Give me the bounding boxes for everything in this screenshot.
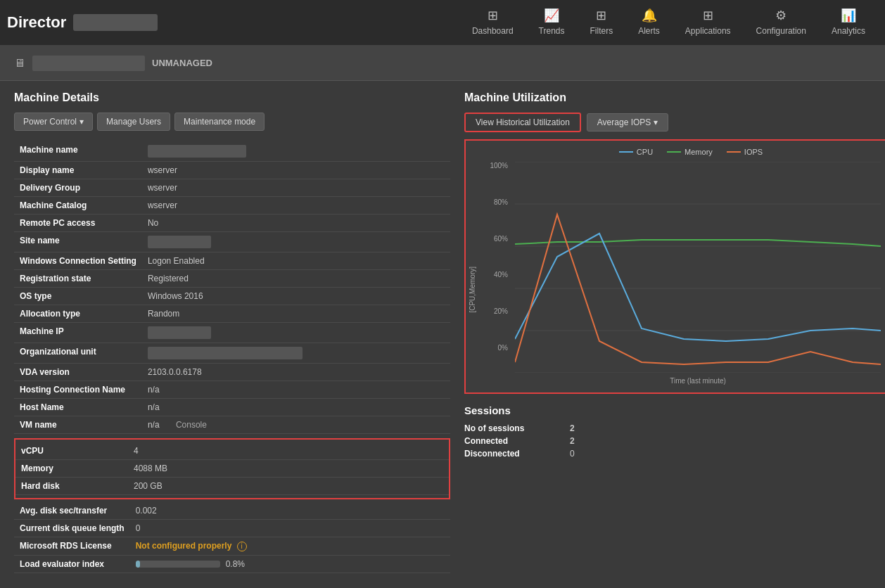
field-value: 200 GB bbox=[128, 478, 449, 495]
brand-title: Director bbox=[7, 13, 66, 32]
console-link[interactable]: Console bbox=[176, 420, 207, 430]
table-row: Current disk queue length 0 bbox=[14, 520, 450, 537]
nav-trends[interactable]: 📈 Trends bbox=[526, 0, 578, 45]
table-row: No of sessions 2 bbox=[464, 422, 589, 435]
table-row: Registration state Registered bbox=[14, 270, 450, 288]
field-label: Display name bbox=[14, 162, 142, 179]
applications-icon: ⊞ bbox=[703, 8, 713, 23]
info-icon[interactable]: i bbox=[237, 542, 247, 551]
power-control-button[interactable]: Power Control ▾ bbox=[14, 113, 93, 131]
field-label: Remote PC access bbox=[14, 215, 142, 232]
view-historical-label: View Historical Utilization bbox=[476, 117, 570, 127]
brand-search-input[interactable] bbox=[73, 14, 158, 31]
field-label: Hard disk bbox=[15, 478, 128, 495]
legend-cpu: CPU bbox=[619, 148, 653, 156]
table-row: Machine IP bbox=[14, 323, 450, 343]
cpu-line bbox=[515, 234, 881, 341]
table-row: Display name wserver bbox=[14, 162, 450, 179]
field-value bbox=[142, 232, 450, 253]
field-label: Delivery Group bbox=[14, 179, 142, 197]
field-label: Allocation type bbox=[14, 305, 142, 323]
table-row: Microsoft RDS License Not configured pro… bbox=[14, 537, 450, 556]
site-name-field[interactable] bbox=[148, 236, 211, 248]
nav-configuration[interactable]: ⚙ Configuration bbox=[744, 0, 819, 45]
nav-filters-label: Filters bbox=[590, 26, 613, 36]
average-iops-label: Average IOPS bbox=[597, 117, 651, 127]
field-value bbox=[142, 343, 450, 364]
manage-users-label: Manage Users bbox=[106, 117, 161, 127]
chart-legend: CPU Memory IOPS bbox=[473, 148, 885, 156]
cpu-legend-label: CPU bbox=[637, 148, 653, 156]
machine-name-field[interactable] bbox=[148, 145, 246, 158]
machine-details-table: Machine name Display name wserver Delive… bbox=[14, 141, 450, 434]
cpu-legend-dot bbox=[619, 151, 633, 153]
sessions-connected: 2 bbox=[570, 435, 589, 447]
y-tick: 100% bbox=[490, 162, 508, 170]
sessions-disconnected: 0 bbox=[570, 447, 589, 460]
nav-alerts-label: Alerts bbox=[638, 26, 660, 36]
sessions-field-label: Connected bbox=[464, 435, 570, 447]
nav-alerts[interactable]: 🔔 Alerts bbox=[625, 0, 673, 45]
memory-legend-label: Memory bbox=[685, 148, 713, 156]
field-label: Windows Connection Setting bbox=[14, 253, 142, 270]
field-label: OS type bbox=[14, 288, 142, 305]
left-panel: Machine Details Power Control ▾ Manage U… bbox=[14, 91, 450, 573]
action-buttons: Power Control ▾ Manage Users Maintenance… bbox=[14, 113, 450, 131]
machine-name-input[interactable] bbox=[32, 56, 145, 71]
view-historical-utilization-button[interactable]: View Historical Utilization bbox=[464, 113, 581, 132]
manage-users-button[interactable]: Manage Users bbox=[97, 113, 170, 131]
power-control-chevron: ▾ bbox=[79, 117, 84, 127]
table-row: Machine name bbox=[14, 141, 450, 162]
y-tick: 20% bbox=[494, 307, 508, 315]
nav-applications[interactable]: ⊞ Applications bbox=[673, 0, 744, 45]
machine-utilization-title: Machine Utilization bbox=[464, 91, 885, 104]
iops-legend-dot bbox=[727, 151, 741, 153]
field-value: 0.002 bbox=[130, 502, 450, 520]
memory-legend-dot bbox=[667, 151, 681, 153]
unmanaged-label: UNMANAGED bbox=[152, 58, 212, 68]
table-row: Windows Connection Setting Logon Enabled bbox=[14, 253, 450, 270]
memory-line bbox=[515, 240, 881, 246]
field-label: Machine IP bbox=[14, 323, 142, 343]
table-row: Allocation type Random bbox=[14, 305, 450, 323]
nav-analytics[interactable]: 📊 Analytics bbox=[819, 0, 878, 45]
field-label: vCPU bbox=[15, 442, 128, 460]
field-label: Load evaluator index bbox=[14, 556, 130, 573]
field-value: Random bbox=[142, 305, 450, 323]
nav-filters[interactable]: ⊞ Filters bbox=[578, 0, 626, 45]
field-label: Microsoft RDS License bbox=[14, 537, 130, 556]
field-label: Avg. disk sec/transfer bbox=[14, 502, 130, 520]
top-navigation: Director ⊞ Dashboard 📈 Trends ⊞ Filters … bbox=[0, 0, 885, 46]
y-tick: 60% bbox=[494, 235, 508, 243]
average-iops-button[interactable]: Average IOPS ▾ bbox=[587, 113, 669, 132]
brand: Director bbox=[7, 13, 158, 32]
field-label: Memory bbox=[15, 460, 128, 478]
field-label: Current disk queue length bbox=[14, 520, 130, 537]
hardware-details-table: vCPU 4 Memory 4088 MB Hard disk 200 GB bbox=[15, 442, 449, 495]
iops-legend-label: IOPS bbox=[744, 148, 763, 156]
nav-dashboard[interactable]: ⊞ Dashboard bbox=[459, 0, 526, 45]
table-row: VM name n/a Console bbox=[14, 416, 450, 434]
dashboard-icon: ⊞ bbox=[488, 8, 498, 23]
y-tick: 40% bbox=[494, 271, 508, 279]
table-row: Host Name n/a bbox=[14, 399, 450, 416]
table-row: Remote PC access No bbox=[14, 215, 450, 232]
field-value bbox=[142, 323, 450, 343]
table-row: vCPU 4 bbox=[15, 442, 449, 460]
table-row: Connected 2 bbox=[464, 435, 589, 447]
chart-svg-wrapper: 100% 80% 60% 40% 20% 0% bbox=[473, 162, 885, 373]
chart-axis-labels: [CPU,Memory] Time (last minute) [Average… bbox=[473, 373, 885, 385]
field-label: Machine name bbox=[14, 141, 142, 162]
chart-svg bbox=[515, 162, 881, 373]
configuration-icon: ⚙ bbox=[775, 8, 787, 23]
sessions-field-label: Disconnected bbox=[464, 447, 570, 460]
alerts-icon: 🔔 bbox=[642, 8, 657, 23]
maintenance-mode-button[interactable]: Maintenance mode bbox=[174, 113, 265, 131]
org-unit-field[interactable] bbox=[148, 347, 303, 359]
filters-icon: ⊞ bbox=[596, 8, 606, 23]
license-warning: Not configured properly bbox=[136, 541, 232, 551]
field-value: Windows 2016 bbox=[142, 288, 450, 305]
field-label: Machine Catalog bbox=[14, 197, 142, 215]
field-value: n/a Console bbox=[142, 416, 450, 434]
machine-ip-field[interactable] bbox=[148, 326, 211, 339]
